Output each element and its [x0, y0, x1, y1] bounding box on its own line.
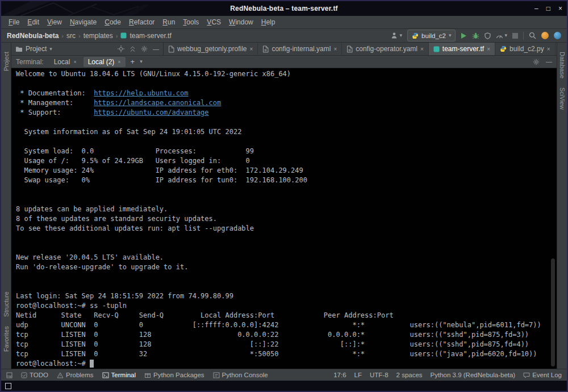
tool-button-structure[interactable]: Structure: [3, 287, 10, 322]
encoding-widget[interactable]: UTF-8: [370, 372, 389, 378]
menu-item-edit[interactable]: Edit: [23, 17, 43, 27]
editor-tab-config-operator-yaml[interactable]: config-operator.yaml ×: [342, 43, 429, 55]
terminal-line: root@localhost:~#: [16, 359, 557, 369]
run-button[interactable]: [461, 32, 467, 39]
chevron-down-icon: ▾: [400, 33, 403, 38]
close-button[interactable]: ×: [558, 1, 562, 16]
user-icon: [391, 32, 399, 39]
maximize-button[interactable]: □: [546, 1, 550, 16]
tool-button-favorites[interactable]: Favorites: [3, 322, 10, 356]
interpreter-widget[interactable]: Python 3.9 (RedNebula-beta): [431, 372, 516, 378]
caret-position-widget[interactable]: 17:6: [333, 372, 346, 378]
editor-tab-label: config-operator.yaml: [356, 45, 417, 53]
terminal-panel[interactable]: Welcome to Ubuntu 18.04.6 LTS (GNU/Linux…: [11, 68, 557, 369]
terminal-line: * Management: https://landscape.canonica…: [16, 98, 557, 108]
editor-tab-team-server-tf[interactable]: team-server.tf ×: [429, 43, 495, 55]
tool-button-sciview[interactable]: SciView: [559, 83, 566, 114]
terminal-line: Usage of /: 9.5% of 24.29GB Users logged…: [16, 156, 557, 166]
status-terminal[interactable]: Terminal: [102, 372, 136, 378]
breadcrumb-current-file[interactable]: team-server.tf: [130, 32, 171, 40]
terminal-line: 8 of these updates are standard security…: [16, 214, 557, 224]
terminal-output: Welcome to Ubuntu 18.04.6 LTS (GNU/Linux…: [16, 69, 557, 369]
close-icon[interactable]: ×: [420, 46, 424, 52]
settings-gear-icon[interactable]: [141, 45, 148, 52]
yaml-file-icon: [262, 45, 269, 53]
yaml-file-icon: [346, 45, 353, 53]
collapse-all-icon[interactable]: [130, 46, 136, 52]
todo-icon: [21, 372, 27, 378]
breadcrumb-project-root[interactable]: RedNebula-beta: [7, 32, 59, 40]
menu-item-help[interactable]: Help: [257, 17, 279, 27]
update-notification-icon[interactable]: [541, 32, 549, 39]
status-python-packages[interactable]: Python Packages: [144, 372, 204, 378]
toolwindow-switcher-icon[interactable]: [6, 372, 12, 378]
editor-tab-build-c2-py[interactable]: build_c2.py ×: [495, 43, 556, 55]
close-icon[interactable]: ×: [547, 46, 550, 52]
editor-tab-webbug-getonly-profile[interactable]: webbug_getonly.profile ×: [164, 43, 258, 55]
run-config-name: build_c2: [421, 32, 446, 39]
event-log-button[interactable]: Event Log: [523, 372, 562, 378]
debug-bug-icon: [472, 32, 479, 39]
terminal-options-chevron-icon[interactable]: ▾: [140, 59, 143, 64]
breadcrumb-src[interactable]: src: [66, 32, 76, 40]
menu-item-file[interactable]: File: [5, 17, 23, 27]
menu-item-window[interactable]: Window: [225, 17, 257, 27]
tool-button-project[interactable]: Project: [3, 47, 10, 76]
terminal-tab-local-2[interactable]: Local (2) ×: [83, 57, 126, 67]
status-problems[interactable]: Problems: [57, 372, 94, 378]
terminal-tab-label: Local: [54, 58, 70, 66]
terminal-scrollbar[interactable]: [551, 258, 555, 366]
tool-button-database[interactable]: Database: [559, 47, 566, 83]
menu-item-view[interactable]: View: [43, 17, 66, 27]
minimize-button[interactable]: –: [534, 1, 538, 16]
debug-button[interactable]: [472, 32, 479, 39]
stop-button[interactable]: [512, 33, 518, 39]
project-header-actions: —: [118, 45, 159, 52]
status-python-console[interactable]: Python Console: [213, 372, 268, 378]
profiler-button[interactable]: ▾: [496, 32, 507, 39]
menu-item-tools[interactable]: Tools: [179, 17, 203, 27]
menu-item-navigate[interactable]: Navigate: [66, 17, 101, 27]
terminal-line: [16, 118, 557, 127]
menu-item-code[interactable]: Code: [101, 17, 125, 27]
chevron-down-icon[interactable]: ▾: [49, 47, 52, 52]
console-icon: [213, 372, 220, 378]
settings-gear-icon[interactable]: [533, 59, 540, 65]
breadcrumb-templates[interactable]: templates: [83, 32, 113, 40]
problems-icon: [57, 372, 64, 378]
hide-panel-icon[interactable]: —: [546, 59, 552, 65]
event-log-label: Event Log: [532, 372, 562, 378]
terminal-line: tcp LISTEN 0 128 0.0.0.0:22 0.0.0.0:* us…: [16, 330, 557, 340]
navigation-bar: RedNebula-beta › src › templates › team-…: [1, 29, 567, 43]
close-icon[interactable]: ×: [250, 46, 253, 52]
terminal-tab-local[interactable]: Local ×: [49, 57, 81, 67]
status-bar-right: 17:6 LF UTF-8 2 spaces Python 3.9 (RedNe…: [333, 372, 562, 378]
coverage-button[interactable]: [485, 32, 491, 39]
stop-icon: [512, 33, 518, 39]
menu-item-run[interactable]: Run: [158, 17, 179, 27]
close-icon[interactable]: ×: [487, 46, 490, 52]
hide-panel-icon[interactable]: —: [153, 46, 159, 52]
menu-item-vcs[interactable]: VCS: [203, 17, 225, 27]
menu-item-refactor[interactable]: Refactor: [125, 17, 158, 27]
new-terminal-button[interactable]: +: [128, 57, 138, 66]
close-icon[interactable]: ×: [73, 59, 76, 65]
run-config-selector[interactable]: build_c2 ▾: [407, 30, 456, 41]
editor-tab-config-internal-yaml[interactable]: config-internal.yaml ×: [258, 43, 342, 55]
indent-widget[interactable]: 2 spaces: [396, 372, 423, 378]
breadcrumb-separator: ›: [78, 32, 81, 39]
search-everywhere-button[interactable]: [529, 32, 536, 39]
ide-profile-sphere-icon[interactable]: [554, 32, 561, 39]
line-separator-widget[interactable]: LF: [354, 372, 362, 378]
terminal-line: Memory usage: 24% IP address for eth0: 1…: [16, 166, 557, 176]
locate-icon[interactable]: [118, 45, 124, 52]
window-title: RedNebula-beta – team-server.tf: [1, 5, 567, 12]
close-icon[interactable]: ×: [333, 46, 337, 52]
user-access-button[interactable]: ▾: [391, 32, 403, 39]
status-todo[interactable]: TODO: [21, 372, 48, 378]
project-header-title[interactable]: Project: [26, 45, 47, 53]
close-icon[interactable]: ×: [118, 59, 120, 65]
terminal-line: Welcome to Ubuntu 18.04.6 LTS (GNU/Linux…: [16, 69, 557, 79]
window-controls: – □ ×: [534, 1, 562, 16]
terminal-header-actions: —: [533, 59, 552, 65]
